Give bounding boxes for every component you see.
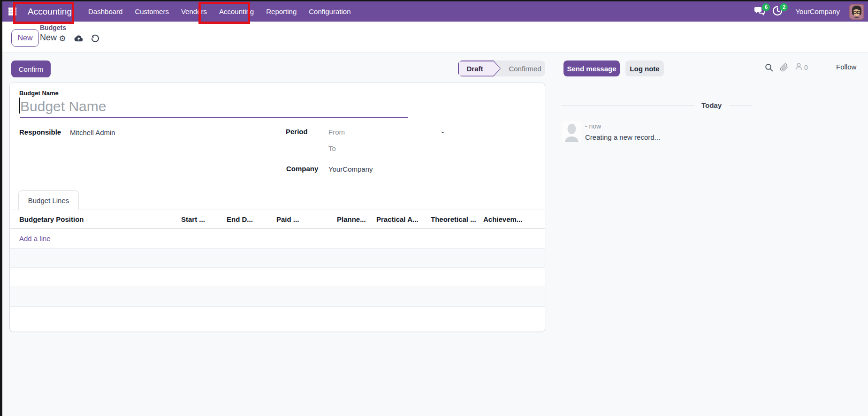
period-to-input[interactable]: To xyxy=(328,144,336,152)
nav-item-customers[interactable]: Customers xyxy=(129,1,175,22)
col-budgetary-position[interactable]: Budgetary Position xyxy=(19,215,84,223)
budget-form-card: Budget Name Responsible Mitchell Admin P… xyxy=(9,83,545,332)
gear-icon[interactable]: ⚙ xyxy=(58,34,67,43)
divider-line xyxy=(561,105,694,106)
followers-button[interactable]: 0 xyxy=(795,62,808,72)
annotation-box-app-accounting xyxy=(13,2,74,24)
empty-row xyxy=(10,287,545,307)
responsible-label: Responsible xyxy=(19,128,61,136)
paperclip-icon[interactable] xyxy=(780,63,788,72)
company-label: Company xyxy=(286,165,318,173)
log-note-button[interactable]: Log note xyxy=(625,61,664,76)
nav-item-reporting[interactable]: Reporting xyxy=(260,1,303,22)
divider-line xyxy=(729,105,753,106)
responsible-value[interactable]: Mitchell Admin xyxy=(70,129,115,136)
record-actions: ⚙ xyxy=(58,34,100,43)
chatter-toolbar: 0 xyxy=(765,62,808,72)
col-paid-date[interactable]: Paid ... xyxy=(276,215,299,223)
messages-badge: 6 xyxy=(762,3,770,11)
company-switcher[interactable]: YourCompany xyxy=(795,8,840,15)
undo-icon[interactable] xyxy=(91,34,100,43)
status-confirmed[interactable]: Confirmed xyxy=(501,61,545,76)
search-icon[interactable] xyxy=(765,63,773,72)
confirm-button[interactable]: Confirm xyxy=(11,61,51,77)
date-divider-label: Today xyxy=(701,101,722,109)
messages-menu-button[interactable]: 6 xyxy=(753,5,766,18)
text-cursor xyxy=(19,98,20,113)
top-navbar: Accounting Dashboard Customers Vendors A… xyxy=(0,1,868,22)
screenshot-left-edge xyxy=(0,0,2,416)
status-draft[interactable]: Draft xyxy=(458,61,501,76)
breadcrumb-parent[interactable]: Budgets xyxy=(40,24,66,31)
col-end-date[interactable]: End D... xyxy=(227,215,253,223)
send-message-button[interactable]: Send message xyxy=(563,61,620,76)
user-avatar[interactable] xyxy=(849,4,864,20)
control-panel: New Budgets New ⚙ xyxy=(2,22,868,53)
empty-row xyxy=(10,249,545,268)
col-theoretical-amount[interactable]: Theoretical ... xyxy=(431,215,476,223)
period-separator: - xyxy=(442,128,444,136)
nav-item-configuration[interactable]: Configuration xyxy=(303,1,357,22)
new-button[interactable]: New xyxy=(11,29,39,47)
person-icon xyxy=(795,62,803,72)
col-achievement[interactable]: Achievem... xyxy=(483,215,522,223)
company-value[interactable]: YourCompany xyxy=(328,165,373,173)
status-bar[interactable]: Draft Confirmed xyxy=(458,61,545,76)
period-from-input[interactable]: From xyxy=(328,128,345,136)
budget-name-input[interactable] xyxy=(20,96,408,118)
chatter-message: - now Creating a new record... xyxy=(562,121,660,142)
follow-button[interactable]: Follow xyxy=(836,63,856,71)
empty-row xyxy=(10,268,545,287)
annotation-box-menu-accounting xyxy=(198,2,250,24)
date-divider: Today xyxy=(561,100,861,110)
breadcrumb-current: New xyxy=(40,33,57,43)
followers-count: 0 xyxy=(804,64,808,71)
tab-budget-lines[interactable]: Budget Lines xyxy=(18,190,79,210)
col-practical-amount[interactable]: Practical A... xyxy=(376,215,419,223)
budget-lines-header-row: Budgetary Position Start ... End D... Pa… xyxy=(10,210,545,229)
col-start-date[interactable]: Start ... xyxy=(181,215,205,223)
nav-item-dashboard[interactable]: Dashboard xyxy=(82,1,129,22)
add-a-line-row: Add a line xyxy=(10,229,545,249)
period-label: Period xyxy=(286,128,308,136)
cloud-upload-icon[interactable] xyxy=(74,34,84,43)
message-avatar-placeholder xyxy=(562,121,581,142)
message-body: - now Creating a new record... xyxy=(585,121,660,142)
empty-row xyxy=(10,307,545,332)
col-planned-amount[interactable]: Planne... xyxy=(337,215,366,223)
message-timestamp: - now xyxy=(585,122,660,130)
activities-badge: 2 xyxy=(780,3,788,11)
message-text: Creating a new record... xyxy=(585,133,660,141)
screenshot-top-edge xyxy=(0,0,868,1)
nav-right-cluster: 6 2 YourCompany xyxy=(753,1,864,22)
activities-menu-button[interactable]: 2 xyxy=(771,5,784,18)
add-a-line-link[interactable]: Add a line xyxy=(19,234,51,242)
